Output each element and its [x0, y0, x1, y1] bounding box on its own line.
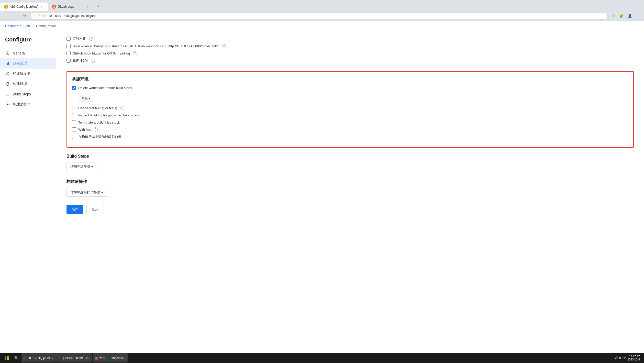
- env-icon: [5, 81, 10, 86]
- breadcrumb-sep-2: ›: [34, 24, 35, 28]
- start-button[interactable]: [2, 353, 11, 362]
- clock-time: 13:17:27: [627, 355, 640, 358]
- help-icon-scheduled[interactable]: ?: [89, 37, 93, 41]
- checkbox-github[interactable]: [66, 51, 71, 55]
- checkbox-delete-workspace[interactable]: [72, 86, 76, 90]
- build-steps-icon: [5, 92, 10, 97]
- svg-rect-4: [6, 93, 9, 93]
- tab-icon-jenkins: J: [4, 5, 8, 9]
- help-icon-with-ant[interactable]: ?: [94, 127, 98, 131]
- main-content: 定时构建 ? Build when a change is pushed to …: [56, 31, 644, 363]
- bookmark-icon[interactable]: ☆: [610, 12, 617, 19]
- trigger-checkboxes-section: 定时构建 ? Build when a change is pushed to …: [66, 36, 634, 63]
- help-icon-use-secret[interactable]: ?: [120, 106, 124, 110]
- label-github: GitHub hook trigger for GITScm polling: [73, 51, 130, 55]
- forward-button[interactable]: →: [12, 12, 19, 19]
- clock-date: 2023/12/6: [627, 358, 640, 361]
- profile-icon[interactable]: 👤: [626, 12, 633, 19]
- add-post-build-chevron-icon: ▾: [101, 191, 103, 194]
- checkbox-row-with-ant: With Ant ?: [72, 127, 628, 131]
- sidebar-item-post-build[interactable]: 构建后操作: [0, 99, 56, 109]
- tab-close-jenkins[interactable]: ×: [40, 5, 44, 9]
- tab-title-gitlab: GitLab Logo: [58, 5, 84, 8]
- checkbox-row-poll: 轮询 SCM ?: [66, 58, 634, 63]
- tab-title-jenkins: job1 Config [Jenkins]: [10, 5, 38, 8]
- extensions-icon[interactable]: 🧩: [618, 12, 625, 19]
- taskbar-app-vscode[interactable]: ✦ jenkins-master - V...: [56, 353, 92, 362]
- taskbar-app-jenkins[interactable]: J job1 Config [Jenki...: [21, 353, 56, 362]
- tab-icon-gitlab: G: [52, 5, 56, 9]
- taskbar-app-terminal[interactable]: ▣ web1 - root@ubu...: [93, 353, 128, 362]
- taskbar-terminal-label: web1 - root@ubu...: [99, 356, 126, 360]
- post-build-icon: [5, 102, 10, 107]
- checkbox-row-terminate-stuck: Terminate a build if it's stuck: [72, 120, 628, 124]
- back-button[interactable]: ←: [3, 12, 10, 19]
- sidebar-item-env[interactable]: 构建环境: [0, 79, 56, 89]
- taskbar-search-button[interactable]: 🔍: [12, 353, 21, 362]
- security-warning-icon: ⚠: [34, 14, 36, 18]
- breadcrumb: Dashboard › job1 › Configuration: [0, 21, 644, 31]
- address-bar[interactable]: ⚠ 不安全 10.0.0.191:8080/job/job1/configure: [30, 12, 608, 19]
- menu-icon[interactable]: ⋮: [634, 12, 641, 19]
- post-build-section: 构建后操作 增加构建后操作步骤 ▾: [66, 179, 634, 197]
- checkbox-terminate-stuck[interactable]: [72, 120, 76, 124]
- checkbox-inspect-log[interactable]: [72, 113, 76, 117]
- label-inspect-log: Inspect build log for published build sc…: [78, 113, 140, 117]
- help-icon-gitlab[interactable]: ?: [222, 44, 226, 48]
- label-scheduled: 定时构建: [73, 36, 86, 41]
- checkbox-timestamp[interactable]: [72, 135, 76, 139]
- svg-rect-5: [6, 94, 9, 94]
- build-env-section: 构建环境 Delete workspace before build start…: [66, 71, 634, 148]
- sidebar-item-build-steps[interactable]: Build Steps: [0, 89, 56, 99]
- sidebar-item-triggers[interactable]: 构建触发器: [0, 69, 56, 79]
- help-icon-github[interactable]: ?: [133, 51, 137, 55]
- label-with-ant: With Ant: [78, 128, 91, 131]
- checkbox-scheduled[interactable]: [66, 37, 71, 41]
- save-button[interactable]: 保存: [66, 205, 83, 214]
- advanced-button[interactable]: 高级 ▾: [79, 95, 93, 102]
- new-tab-button[interactable]: +: [94, 2, 102, 11]
- label-poll: 轮询 SCM: [73, 58, 88, 63]
- checkbox-row-use-secret: Use secret text(s) or file(s) ?: [72, 106, 628, 110]
- taskbar-jenkins-label: job1 Config [Jenki...: [27, 356, 54, 360]
- help-icon-poll[interactable]: ?: [91, 59, 95, 63]
- clock: 13:17:27 2023/12/6: [627, 355, 640, 361]
- label-timestamp: 在构建日志中添加时间戳前缀: [78, 135, 121, 139]
- breadcrumb-sep-1: ›: [23, 24, 24, 28]
- svg-point-7: [7, 104, 8, 105]
- label-gitlab: Build when a change is pushed to GitLab.…: [73, 44, 219, 48]
- sidebar-label-env: 构建环境: [13, 82, 27, 86]
- refresh-button[interactable]: ↻: [21, 12, 28, 19]
- tab-jenkins[interactable]: J job1 Config [Jenkins] ×: [0, 3, 48, 11]
- checkbox-with-ant[interactable]: [72, 127, 76, 131]
- add-build-step-button[interactable]: 增加构建步骤 ▾: [66, 162, 97, 171]
- build-env-title: 构建环境: [72, 77, 628, 82]
- tab-gitlab[interactable]: G GitLab Logo ×: [48, 3, 94, 11]
- general-icon: [5, 51, 10, 56]
- breadcrumb-job1[interactable]: job1: [26, 24, 32, 28]
- build-steps-title: Build Steps: [66, 154, 634, 159]
- svg-rect-10: [5, 358, 6, 360]
- post-build-title: 构建后操作: [66, 179, 634, 184]
- sidebar-item-general[interactable]: General: [0, 48, 56, 58]
- checkbox-row-gitlab: Build when a change is pushed to GitLab.…: [66, 44, 634, 48]
- sidebar-item-source[interactable]: 源码管理: [0, 58, 56, 69]
- taskbar-terminal-icon: ▣: [95, 356, 98, 360]
- add-post-build-button[interactable]: 增加构建后操作步骤 ▾: [66, 188, 107, 197]
- checkbox-gitlab[interactable]: [66, 44, 71, 48]
- form-actions: 保存 应用: [66, 205, 634, 214]
- url-text: 10.0.0.191:8080/job/job1/configure: [48, 14, 96, 18]
- taskbar-vscode-icon: ✦: [58, 356, 61, 360]
- checkbox-row-inspect-log: Inspect build log for published build sc…: [72, 113, 628, 117]
- tray-icons: 🔊 🖥: [614, 356, 621, 360]
- label-delete-workspace: Delete workspace before build starts: [78, 86, 132, 90]
- checkbox-poll[interactable]: [66, 59, 71, 63]
- triggers-icon: [5, 71, 10, 76]
- tab-close-gitlab[interactable]: ×: [86, 5, 90, 9]
- sidebar-label-general: General: [13, 51, 26, 55]
- checkbox-use-secret[interactable]: [72, 106, 76, 110]
- apply-button[interactable]: 应用: [86, 205, 104, 214]
- sidebar-label-build-steps: Build Steps: [13, 92, 31, 96]
- breadcrumb-dashboard[interactable]: Dashboard: [5, 24, 21, 28]
- system-tray: 🔊 🖥 中 13:17:27 2023/12/6: [612, 355, 642, 361]
